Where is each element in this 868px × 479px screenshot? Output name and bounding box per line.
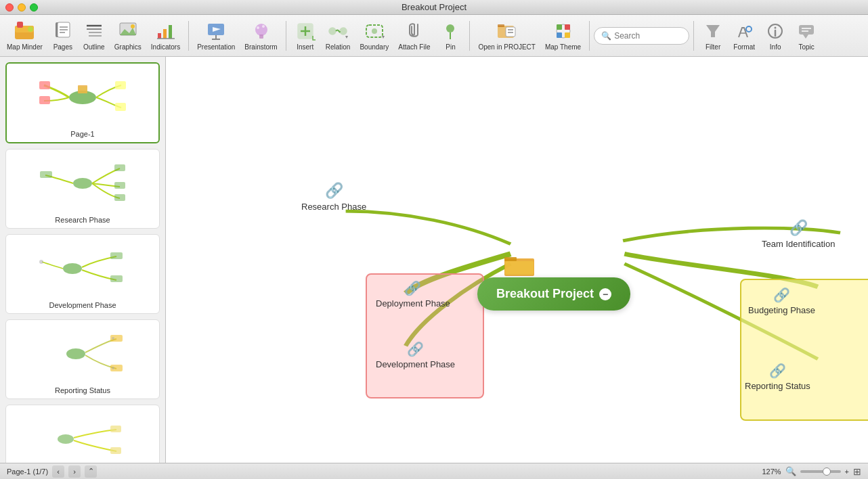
svg-rect-70 (110, 252, 123, 259)
sidebar-thumb-4 (35, 324, 130, 384)
page-options-button[interactable]: ⌃ (85, 465, 97, 478)
toolbar-maptheme[interactable]: Map Theme (541, 17, 585, 55)
page-4-label: Reporting Status (55, 386, 110, 394)
minimize-button[interactable] (18, 3, 26, 12)
toolbar-pin[interactable]: Pin (435, 17, 465, 55)
node-budgeting[interactable]: 🔗 Budgeting Phase (748, 287, 815, 315)
openinproject-icon (496, 20, 518, 42)
sidebar-page-5[interactable] (5, 405, 160, 463)
sidebar-page-3[interactable]: Development Phase (5, 234, 160, 314)
prev-page-button[interactable]: ‹ (52, 465, 64, 478)
toolbar-format[interactable]: Format (729, 17, 759, 55)
svg-rect-66 (114, 164, 125, 171)
node-reporting[interactable]: 🔗 Reporting Status (745, 363, 810, 391)
research-label: Research Phase (301, 202, 366, 212)
node-team[interactable]: 🔗 Team Identification (762, 219, 835, 249)
toolbar-presentation[interactable]: Presentation (193, 17, 239, 55)
outline-label: Outline (83, 43, 105, 51)
toolbar-relation[interactable]: Relation (322, 17, 355, 55)
search-box[interactable]: 🔍 (594, 27, 689, 45)
grid-view-icon[interactable]: ⊞ (853, 466, 861, 477)
indicators-icon (155, 20, 177, 42)
separator-4 (589, 21, 590, 51)
svg-point-49 (746, 26, 752, 32)
pages-label: Pages (53, 43, 72, 51)
filter-icon (702, 20, 724, 42)
outline-icon (83, 20, 105, 42)
attachfile-icon (404, 20, 425, 42)
toolbar-attachfile[interactable]: Attach File (394, 17, 434, 55)
traffic-lights[interactable] (5, 3, 38, 12)
zoom-in-icon[interactable]: + (845, 467, 849, 476)
pin-label: Pin (446, 43, 455, 51)
collapse-button[interactable]: − (599, 288, 611, 300)
toolbar-filter[interactable]: Filter (698, 17, 728, 55)
svg-rect-83 (505, 261, 534, 275)
toolbar-indicators[interactable]: Indicators (147, 17, 184, 55)
svg-rect-61 (115, 103, 126, 111)
svg-point-72 (39, 260, 43, 264)
toolbar-openinproject[interactable]: Open in PROJECT (474, 17, 539, 55)
central-node[interactable]: Breakout Project − (477, 277, 630, 311)
link-icon-deployment: 🔗 (404, 280, 421, 296)
svg-point-64 (73, 178, 92, 189)
separator-5 (693, 21, 694, 51)
zoom-out-icon[interactable]: 🔍 (785, 466, 796, 476)
svg-rect-68 (114, 194, 125, 201)
toolbar-topic[interactable]: Topic (791, 17, 821, 55)
toolbar: Map Minder Pages Outline (0, 15, 868, 57)
relation-icon (327, 20, 349, 42)
graphics-label: Graphics (114, 43, 142, 51)
format-icon (733, 20, 755, 42)
svg-point-31 (329, 28, 336, 35)
sidebar-page-4[interactable]: Reporting Status (5, 319, 160, 399)
graphics-icon (117, 20, 139, 42)
svg-rect-25 (259, 35, 263, 39)
toolbar-info[interactable]: Info (760, 17, 790, 55)
page-label: Page-1 (1/7) (7, 467, 48, 476)
zoom-slider[interactable] (800, 470, 841, 473)
node-development[interactable]: 🔗 Development Phase (376, 341, 455, 369)
link-icon-development: 🔗 (407, 341, 424, 357)
toolbar-brainstorm[interactable]: Brainstorm (240, 17, 281, 55)
svg-rect-71 (110, 275, 123, 282)
pages-icon (52, 20, 74, 42)
boundary-icon (364, 20, 385, 42)
svg-point-32 (340, 28, 347, 35)
toolbar-mapminder[interactable]: Map Minder (3, 17, 47, 55)
svg-point-78 (58, 434, 74, 444)
toolbar-graphics[interactable]: Graphics (110, 17, 146, 55)
separator-3 (469, 21, 470, 51)
canvas-area[interactable]: 🔗 Research Phase 🔗 Team Identification 🔗… (166, 57, 868, 463)
search-input[interactable] (614, 31, 682, 41)
folder-icon (504, 252, 534, 280)
presentation-icon (205, 20, 227, 42)
svg-rect-43 (557, 24, 562, 30)
maptheme-icon (552, 20, 574, 42)
toolbar-outline[interactable]: Outline (79, 17, 109, 55)
info-label: Info (770, 43, 781, 51)
zoom-thumb (823, 467, 831, 476)
link-icon-reporting: 🔗 (769, 363, 786, 379)
close-button[interactable] (5, 3, 14, 12)
svg-point-26 (257, 26, 259, 29)
toolbar-boundary[interactable]: Boundary (355, 17, 393, 55)
sidebar-thumb-1 (35, 68, 130, 127)
page-1-label: Page-1 (70, 130, 94, 138)
svg-rect-18 (169, 25, 172, 39)
svg-rect-82 (504, 257, 517, 261)
node-deployment[interactable]: 🔗 Deployment Phase (376, 280, 450, 309)
svg-rect-39 (506, 27, 515, 37)
toolbar-insert[interactable]: Insert (290, 17, 320, 55)
toolbar-pages[interactable]: Pages (48, 17, 78, 55)
maximize-button[interactable] (30, 3, 38, 12)
main-content: Page-1 Research Phase (0, 57, 868, 463)
node-research[interactable]: 🔗 Research Phase (301, 182, 366, 212)
next-page-button[interactable]: › (68, 465, 81, 478)
mapminder-icon (14, 20, 35, 42)
sidebar-page-2[interactable]: Research Phase (5, 149, 160, 229)
presentation-label: Presentation (197, 43, 235, 51)
svg-rect-79 (110, 426, 121, 432)
sidebar-page-1[interactable]: Page-1 (5, 62, 160, 143)
filter-label: Filter (706, 43, 720, 51)
